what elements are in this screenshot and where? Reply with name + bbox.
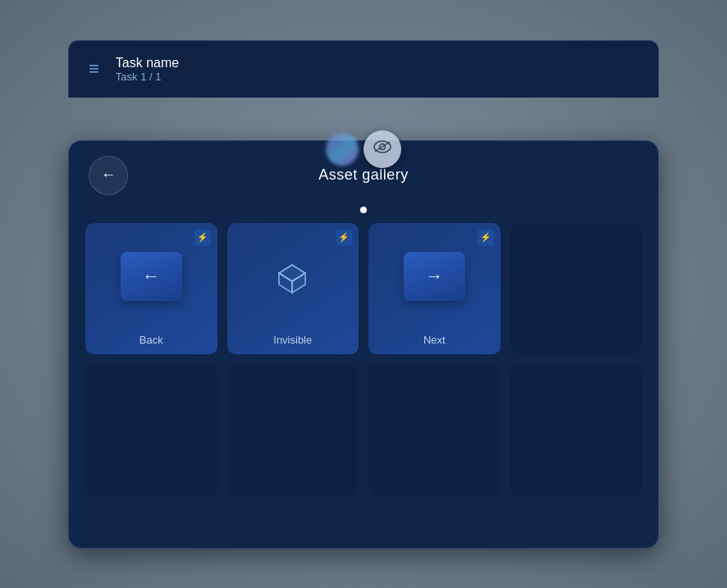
- back-card-shape: ←: [121, 252, 182, 301]
- asset-item-back[interactable]: ⚡ ← Back: [85, 223, 217, 355]
- cube-svg: [266, 250, 319, 303]
- invisible-label: Invisible: [273, 334, 312, 346]
- eye-icon: [373, 140, 391, 157]
- eye-button-wrapper: [326, 130, 401, 168]
- lightning-badge-next: ⚡: [478, 230, 494, 246]
- list-icon[interactable]: ≡: [89, 60, 99, 78]
- asset-empty-8: [510, 364, 642, 496]
- next-arrow-icon: →: [425, 266, 443, 287]
- back-label: Back: [139, 334, 163, 346]
- task-progress: Task 1 / 1: [116, 71, 179, 83]
- back-arrow-icon: ←: [142, 266, 160, 287]
- asset-empty-4: [510, 223, 642, 355]
- back-circle-arrow-icon: ←: [101, 166, 116, 184]
- task-info: Task name Task 1 / 1: [116, 56, 179, 83]
- hologram-gem: [326, 133, 359, 166]
- back-circle-button[interactable]: ←: [89, 156, 128, 195]
- asset-grid: ⚡ ← Back ⚡: [69, 223, 658, 513]
- task-name: Task name: [116, 56, 179, 71]
- lightning-badge-invisible: ⚡: [336, 230, 352, 246]
- asset-item-next[interactable]: ⚡ → Next: [368, 223, 501, 355]
- asset-item-invisible[interactable]: ⚡: [227, 223, 359, 355]
- pagination-dot: [360, 207, 367, 213]
- next-card-shape: →: [404, 252, 465, 301]
- asset-empty-5: [85, 364, 217, 496]
- lightning-badge-back: ⚡: [194, 230, 211, 246]
- gallery-title: Asset gallery: [128, 166, 599, 184]
- asset-empty-6: [227, 364, 359, 496]
- eye-toggle-button[interactable]: [364, 130, 401, 168]
- gallery-panel: ← Asset gallery ⚡ ← Back ⚡: [68, 140, 659, 549]
- task-bar: ≡ Task name Task 1 / 1: [68, 40, 659, 98]
- asset-empty-7: [368, 364, 501, 496]
- screen-container: ≡ Task name Task 1 / 1 ← Asset: [52, 40, 675, 549]
- next-label: Next: [423, 334, 446, 346]
